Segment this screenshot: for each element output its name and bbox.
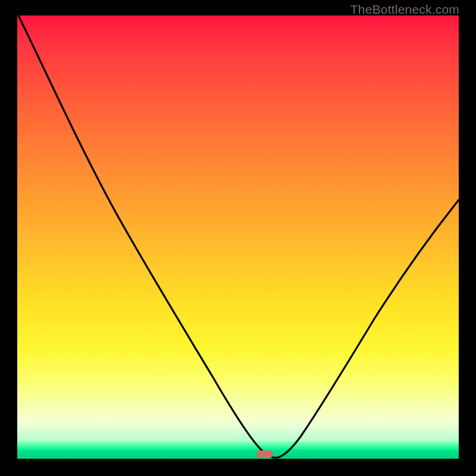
chart-frame: TheBottleneck.com	[0, 0, 476, 476]
optimal-point-marker	[256, 450, 273, 458]
curve-path	[18, 15, 459, 458]
attribution-text: TheBottleneck.com	[350, 2, 459, 17]
bottleneck-curve	[17, 15, 459, 459]
